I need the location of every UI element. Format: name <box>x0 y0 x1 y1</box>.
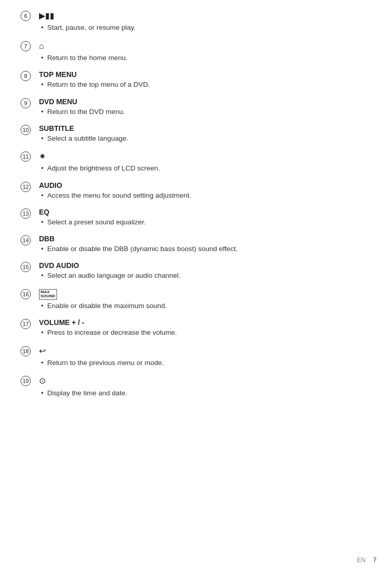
item-number: 6 <box>21 10 39 21</box>
item-content: AUDIOAccess the menu for sound setting a… <box>39 181 361 201</box>
page-number: 7 <box>373 556 377 564</box>
list-item: 12AUDIOAccess the menu for sound setting… <box>21 181 361 201</box>
circle-number: 7 <box>21 41 31 51</box>
item-title: SUBTITLE <box>39 124 361 132</box>
list-item: 19⊙Display the time and date. <box>21 375 361 398</box>
item-desc: Return to the top menu of a DVD. <box>39 80 361 90</box>
list-item: 14DBBEnable or disable the DBB (dynamic … <box>21 235 361 254</box>
item-number: 8 <box>21 70 39 81</box>
circle-number: 10 <box>21 125 31 135</box>
item-content: DVD AUDIOSelect an audio language or aud… <box>39 261 361 281</box>
item-number: 16 <box>21 289 39 299</box>
list-item: 10SUBTITLESelect a subtitle language. <box>21 124 361 144</box>
item-desc: Adjust the brightness of LCD screen. <box>39 163 361 174</box>
item-icon: ↩ <box>39 346 361 357</box>
item-number: 19 <box>21 375 39 386</box>
list-item: 6▶▮▮Start, pause, or resume play. <box>21 10 361 33</box>
circle-number: 16 <box>21 289 31 299</box>
item-desc: Return to the DVD menu. <box>39 107 361 117</box>
item-desc: Select a preset sound equalizer. <box>39 217 361 227</box>
item-number: 17 <box>21 318 39 329</box>
item-desc: Press to increase or decrease the volume… <box>39 328 361 338</box>
item-desc: Display the time and date. <box>39 388 361 398</box>
item-number: 18 <box>21 346 39 356</box>
item-content: ✷Adjust the brightness of LCD screen. <box>39 151 361 174</box>
page-container: 6▶▮▮Start, pause, or resume play.7⌂Retur… <box>0 0 392 436</box>
item-number: 14 <box>21 235 39 245</box>
list-item: 11✷Adjust the brightness of LCD screen. <box>21 151 361 174</box>
item-desc: Return to the home menu. <box>39 53 361 63</box>
item-desc: Enable or disable the maximum sound. <box>39 301 361 311</box>
max-sound-icon: MAXSOUND <box>39 289 57 300</box>
item-content: ▶▮▮Start, pause, or resume play. <box>39 10 361 33</box>
language-label: EN <box>357 557 366 564</box>
circle-number: 11 <box>21 151 31 162</box>
item-desc: Select an audio language or audio channe… <box>39 271 361 281</box>
item-content: SUBTITLESelect a subtitle language. <box>39 124 361 144</box>
circle-number: 12 <box>21 182 31 192</box>
item-content: DVD MENUReturn to the DVD menu. <box>39 98 361 117</box>
item-number: 9 <box>21 98 39 108</box>
circle-number: 6 <box>21 11 31 21</box>
circle-number: 13 <box>21 208 31 219</box>
item-content: VOLUME + / -Press to increase or decreas… <box>39 318 361 338</box>
item-desc: Select a subtitle language. <box>39 133 361 144</box>
item-content: ⊙Display the time and date. <box>39 375 361 398</box>
item-number: 13 <box>21 208 39 219</box>
item-icon: MAXSOUND <box>39 289 361 300</box>
item-desc: Access the menu for sound setting adjust… <box>39 190 361 201</box>
item-title: DVD MENU <box>39 98 361 106</box>
list-item: 8TOP MENUReturn to the top menu of a DVD… <box>21 70 361 90</box>
list-item: 18↩Return to the previous menu or mode. <box>21 346 361 369</box>
item-title: EQ <box>39 208 361 216</box>
circle-number: 8 <box>21 71 31 81</box>
circle-number: 15 <box>21 262 31 272</box>
item-content: TOP MENUReturn to the top menu of a DVD. <box>39 70 361 90</box>
item-desc: Enable or disable the DBB (dynamic bass … <box>39 244 361 254</box>
item-icon: ⊙ <box>39 375 361 387</box>
item-icon: ✷ <box>39 151 361 162</box>
page-footer: EN 7 <box>357 556 377 564</box>
list-item: 15DVD AUDIOSelect an audio language or a… <box>21 261 361 281</box>
list-item: 7⌂Return to the home menu. <box>21 41 361 64</box>
item-content: ↩Return to the previous menu or mode. <box>39 346 361 369</box>
list-item: 17VOLUME + / -Press to increase or decre… <box>21 318 361 338</box>
item-number: 11 <box>21 151 39 162</box>
item-title: VOLUME + / - <box>39 318 361 327</box>
circle-number: 17 <box>21 319 31 329</box>
item-desc: Return to the previous menu or mode. <box>39 358 361 368</box>
item-icon: ▶▮▮ <box>39 10 361 22</box>
item-icon: ⌂ <box>39 41 361 52</box>
circle-number: 19 <box>21 376 31 386</box>
item-content: EQSelect a preset sound equalizer. <box>39 208 361 227</box>
list-item: 9DVD MENUReturn to the DVD menu. <box>21 98 361 117</box>
item-title: DVD AUDIO <box>39 261 361 270</box>
circle-number: 9 <box>21 98 31 108</box>
item-title: DBB <box>39 235 361 243</box>
circle-number: 14 <box>21 235 31 245</box>
list-item: 16MAXSOUNDEnable or disable the maximum … <box>21 289 361 312</box>
item-content: MAXSOUNDEnable or disable the maximum so… <box>39 289 361 312</box>
item-content: DBBEnable or disable the DBB (dynamic ba… <box>39 235 361 254</box>
list-item: 13EQSelect a preset sound equalizer. <box>21 208 361 227</box>
item-title: AUDIO <box>39 181 361 189</box>
item-number: 7 <box>21 41 39 51</box>
item-number: 10 <box>21 124 39 135</box>
item-content: ⌂Return to the home menu. <box>39 41 361 64</box>
item-number: 15 <box>21 261 39 272</box>
item-desc: Start, pause, or resume play. <box>39 23 361 33</box>
item-number: 12 <box>21 181 39 192</box>
circle-number: 18 <box>21 346 31 356</box>
item-title: TOP MENU <box>39 70 361 79</box>
